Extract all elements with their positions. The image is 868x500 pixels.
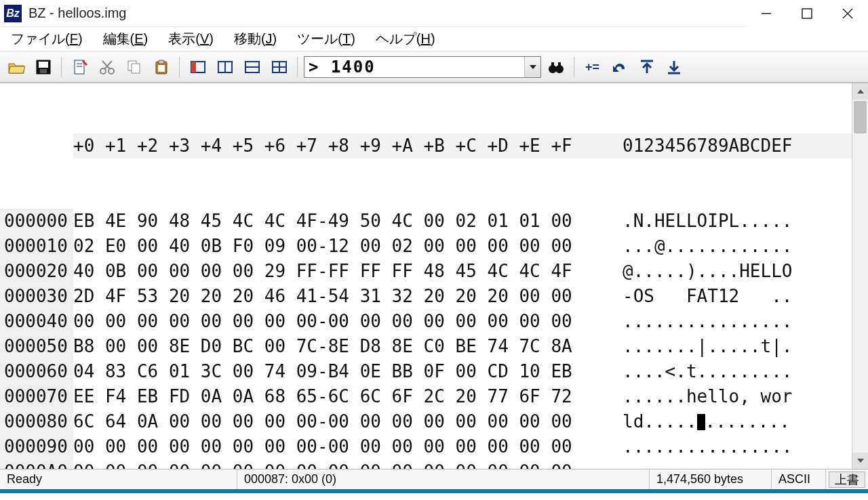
hex-row[interactable]: 0000302D 4F 53 20 20 20 46 41-54 31 32 2… bbox=[0, 284, 852, 309]
hex-row[interactable]: 00002040 0B 00 00 00 00 29 FF-FF FF FF 4… bbox=[0, 259, 852, 284]
hex-bytes-cell[interactable]: 02 E0 00 40 0B F0 09 00-12 00 02 00 00 0… bbox=[73, 234, 610, 259]
view-mode-2-button[interactable] bbox=[213, 55, 237, 79]
hex-address-cell: 000020 bbox=[0, 259, 73, 284]
layout-grid-icon bbox=[271, 58, 288, 76]
menu-view[interactable]: 表示(V) bbox=[161, 28, 220, 49]
hex-bytes-cell[interactable]: 00 00 00 00 00 00 00 00-00 00 00 00 00 0… bbox=[73, 434, 610, 459]
hex-row[interactable]: 00001002 E0 00 40 0B F0 09 00-12 00 02 0… bbox=[0, 234, 852, 259]
hex-row[interactable]: 000070EE F4 EB FD 0A 0A 68 65-6C 6C 6F 2… bbox=[0, 384, 852, 409]
hex-address-cell: 000070 bbox=[0, 384, 73, 409]
vertical-scrollbar[interactable] bbox=[852, 83, 868, 469]
save-floppy-icon bbox=[35, 58, 52, 76]
hex-bytes-cell[interactable]: 2D 4F 53 20 20 20 46 41-54 31 32 20 20 2… bbox=[73, 284, 610, 309]
scroll-up-button[interactable] bbox=[852, 83, 868, 100]
binoculars-icon bbox=[547, 58, 565, 76]
hex-row[interactable]: 000050B8 00 00 8E D0 BC 00 7C-8E D8 8E C… bbox=[0, 334, 852, 359]
hex-row[interactable]: 0000A000 00 00 00 00 00 00 00-00 00 00 0… bbox=[0, 459, 852, 469]
menu-help[interactable]: ヘルプ(H) bbox=[369, 28, 442, 49]
open-button[interactable] bbox=[4, 55, 28, 79]
increment-button[interactable]: += bbox=[580, 55, 605, 79]
view-mode-3-button[interactable] bbox=[240, 55, 264, 79]
copy-icon bbox=[125, 58, 143, 76]
status-overwrite-toggle[interactable]: 上書 bbox=[829, 472, 865, 488]
upload-button[interactable] bbox=[635, 55, 659, 79]
toolbar-separator bbox=[574, 57, 575, 77]
undo-icon bbox=[611, 58, 629, 76]
paste-button[interactable] bbox=[149, 55, 174, 79]
open-folder-icon bbox=[7, 58, 25, 76]
hex-ascii-cell[interactable]: ................ bbox=[610, 459, 814, 469]
menu-tools[interactable]: ツール(T) bbox=[290, 28, 362, 49]
hex-address-cell: 000030 bbox=[0, 284, 73, 309]
hex-ascii-cell[interactable]: .......|.....t|. bbox=[610, 334, 814, 359]
minimize-button[interactable] bbox=[746, 0, 787, 27]
hex-bytes-cell[interactable]: 6C 64 0A 00 00 00 00 00-00 00 00 00 00 0… bbox=[73, 409, 610, 434]
toolbar: += bbox=[0, 51, 868, 83]
hex-bytes-cell[interactable]: 00 00 00 00 00 00 00 00-00 00 00 00 00 0… bbox=[73, 309, 610, 334]
svg-rect-5 bbox=[39, 62, 48, 68]
hex-bytes-cell[interactable]: EB 4E 90 48 45 4C 4C 4F-49 50 4C 00 02 0… bbox=[73, 209, 610, 234]
layout-split-v-icon bbox=[216, 58, 234, 76]
cut-button[interactable] bbox=[95, 55, 119, 79]
view-mode-1-button[interactable] bbox=[186, 55, 210, 79]
hex-row[interactable]: 00006004 83 C6 01 3C 00 74 09-B4 0E BB 0… bbox=[0, 359, 852, 384]
arrow-down-bar-icon bbox=[665, 58, 683, 76]
hex-ascii-cell[interactable]: @.....)....HELLO bbox=[610, 259, 814, 284]
hex-bytes-cell[interactable]: EE F4 EB FD 0A 0A 68 65-6C 6C 6F 2C 20 7… bbox=[73, 384, 610, 409]
svg-rect-15 bbox=[132, 64, 140, 73]
menu-move[interactable]: 移動(J) bbox=[227, 28, 283, 49]
copy-button[interactable] bbox=[122, 55, 146, 79]
hex-ascii-cell[interactable]: ....<.t......... bbox=[610, 359, 814, 384]
hex-row[interactable]: 000000EB 4E 90 48 45 4C 4C 4F-49 50 4C 0… bbox=[0, 209, 852, 234]
layout-split-h-icon bbox=[243, 58, 261, 76]
hex-ascii-cell[interactable]: ld............. bbox=[610, 409, 814, 434]
scissors-icon bbox=[98, 58, 116, 76]
bottom-accent bbox=[0, 489, 868, 493]
close-button[interactable] bbox=[827, 0, 868, 27]
scroll-thumb[interactable] bbox=[854, 101, 867, 133]
hex-header-addr bbox=[0, 133, 73, 159]
scroll-down-button[interactable] bbox=[852, 453, 868, 469]
menu-file[interactable]: ファイル(F) bbox=[4, 28, 90, 49]
hex-bytes-cell[interactable]: 04 83 C6 01 3C 00 74 09-B4 0E BB 0F 00 C… bbox=[73, 359, 610, 384]
hex-ascii-cell[interactable]: .N.HELLOIPL..... bbox=[610, 209, 814, 234]
window-title: BZ - helloos.img bbox=[28, 5, 127, 21]
hex-bytes-cell[interactable]: B8 00 00 8E D0 BC 00 7C-8E D8 8E C0 BE 7… bbox=[73, 334, 610, 359]
plus-equals-icon: += bbox=[584, 58, 601, 76]
undo-button[interactable] bbox=[608, 55, 632, 79]
hex-ascii-cell[interactable]: ......hello, wor bbox=[610, 384, 814, 409]
view-mode-4-button[interactable] bbox=[267, 55, 292, 79]
hex-ascii-cell[interactable]: ................ bbox=[610, 309, 814, 334]
save-button[interactable] bbox=[31, 55, 56, 79]
hex-ascii-cell[interactable]: ................ bbox=[610, 434, 814, 459]
hex-header-columns: +0 +1 +2 +3 +4 +5 +6 +7 +8 +9 +A +B +C +… bbox=[73, 133, 610, 159]
svg-rect-1 bbox=[802, 9, 812, 18]
title-bar: Bz BZ - helloos.img bbox=[0, 0, 868, 27]
svg-rect-20 bbox=[191, 62, 196, 72]
hex-row[interactable]: 00009000 00 00 00 00 00 00 00-00 00 00 0… bbox=[0, 434, 852, 459]
chevron-up-icon bbox=[856, 87, 865, 96]
download-button[interactable] bbox=[662, 55, 686, 79]
address-dropdown[interactable] bbox=[524, 57, 540, 77]
address-input[interactable] bbox=[304, 57, 524, 77]
menu-edit[interactable]: 編集(E) bbox=[96, 28, 155, 49]
clipboard-icon bbox=[153, 58, 170, 76]
toolbar-separator bbox=[179, 57, 180, 77]
address-combo[interactable] bbox=[304, 56, 541, 78]
hex-row[interactable]: 0000806C 64 0A 00 00 00 00 00-00 00 00 0… bbox=[0, 409, 852, 434]
new-button[interactable] bbox=[68, 55, 92, 79]
maximize-button[interactable] bbox=[787, 0, 827, 27]
find-button[interactable] bbox=[544, 55, 568, 79]
layout-left-icon bbox=[189, 58, 207, 76]
hex-address-cell: 000060 bbox=[0, 359, 73, 384]
hex-ascii-cell[interactable]: -OS FAT12 .. bbox=[610, 284, 814, 309]
hex-ascii-cell[interactable]: ...@............ bbox=[610, 234, 814, 259]
svg-rect-17 bbox=[159, 60, 164, 64]
new-doc-icon bbox=[71, 58, 89, 76]
hex-address-cell: 000050 bbox=[0, 334, 73, 359]
hex-bytes-cell[interactable]: 40 0B 00 00 00 00 29 FF-FF FF FF 48 45 4… bbox=[73, 259, 610, 284]
status-encoding[interactable]: ASCII bbox=[772, 470, 826, 489]
hex-bytes-cell[interactable]: 00 00 00 00 00 00 00 00-00 00 00 00 00 0… bbox=[73, 459, 610, 469]
hex-row[interactable]: 00004000 00 00 00 00 00 00 00-00 00 00 0… bbox=[0, 309, 852, 334]
hex-view[interactable]: +0 +1 +2 +3 +4 +5 +6 +7 +8 +9 +A +B +C +… bbox=[0, 83, 852, 469]
